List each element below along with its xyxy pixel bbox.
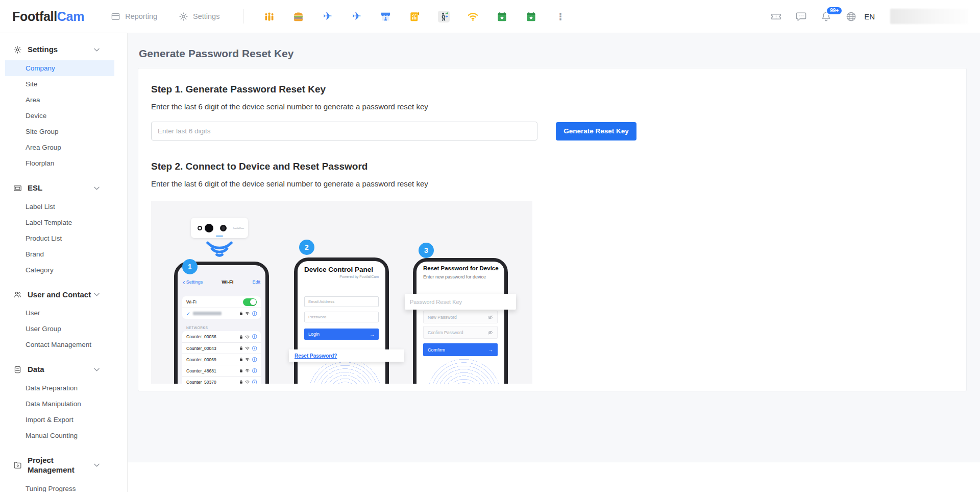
chart-icon[interactable] (408, 10, 421, 23)
store-icon[interactable] (379, 10, 392, 23)
sidebar-item-data-preparation[interactable]: Data Preparation (5, 380, 114, 396)
sidebar-item-data-manipulation[interactable]: Data Manipulation (5, 396, 114, 412)
new-password-field-illustration: New Password (423, 311, 498, 323)
eye-off-icon (487, 315, 493, 320)
sidebar-item-floorplan[interactable]: Floorplan (5, 155, 114, 171)
sidebar-header-user-contact[interactable]: User and Contact (0, 286, 127, 304)
logo-part1: Footfall (12, 9, 57, 24)
sidebar-item-tuning-progress[interactable]: Tuning Progress (5, 481, 114, 492)
ios-back-link: Settings (183, 279, 203, 285)
wifi-signal-icon (245, 312, 250, 315)
check-icon (186, 311, 190, 316)
sidebar-header-data[interactable]: Data (0, 360, 127, 379)
network-name: Counter_00043 (186, 346, 216, 351)
sidebar-item-area-group[interactable]: Area Group (5, 139, 114, 155)
lock-icon (239, 357, 243, 362)
airplane-icon[interactable] (321, 10, 334, 23)
gear-icon (179, 12, 188, 21)
sidebar-item-contact-management[interactable]: Contact Management (5, 337, 114, 353)
wifi-signal-icon (245, 335, 250, 339)
device-lens-icon (198, 226, 202, 230)
network-name: Counter_00069 (186, 357, 216, 362)
confirm-password-placeholder: Confirm Password (428, 330, 463, 335)
connected-network-blurred (193, 312, 222, 315)
reset-instructions-illustration: FootfallCam 1 2 3 Settings Wi-Fi (151, 201, 532, 384)
sidebar-item-label-template[interactable]: Label Template (5, 215, 114, 230)
password-reset-key-callout: Password Reset Key (405, 294, 516, 310)
sidebar-item-brand[interactable]: Brand (5, 246, 114, 262)
wifi-signal-icon (245, 369, 250, 372)
ios-edit-link: Edit (252, 279, 260, 285)
sidebar-item-import-export[interactable]: Import & Export (5, 412, 114, 428)
step2-title: Step 2. Connect to Device and Reset Pass… (151, 161, 953, 172)
database-icon (13, 365, 22, 374)
user-account-blurred[interactable] (890, 9, 968, 24)
sidebar-item-device[interactable]: Device (5, 108, 114, 124)
people-icon[interactable] (263, 10, 276, 23)
lock-icon (239, 335, 243, 339)
nav-reporting[interactable]: Reporting (111, 12, 157, 21)
nav-settings[interactable]: Settings (179, 12, 219, 21)
label-icon (13, 184, 22, 193)
sidebar-item-area[interactable]: Area (5, 92, 114, 108)
header-right-group: 99+ EN (770, 9, 968, 24)
wifi-toggle-label: Wi-Fi (186, 299, 197, 304)
sidebar-section-data: Data Data Preparation Data Manipulation … (0, 360, 127, 447)
sidebar-item-site-group[interactable]: Site Group (5, 124, 114, 139)
airplane-icon[interactable] (350, 10, 363, 23)
sidebar-header-esl[interactable]: ESL (0, 179, 127, 198)
wifi-toggle (243, 298, 257, 306)
section-label: User and Contact (28, 290, 94, 300)
chat-icon[interactable] (795, 11, 807, 22)
info-icon (252, 380, 257, 384)
sidebar-section-user-contact: User and Contact User User Group Contact… (0, 286, 127, 356)
sidebar-item-product-list[interactable]: Product List (5, 230, 114, 246)
sidebar-section-esl: ESL Label List Label Template Product Li… (0, 179, 127, 281)
calendar-star-icon[interactable] (496, 10, 508, 23)
language-selector[interactable]: EN (864, 12, 875, 21)
reset-key-card: Step 1. Generate Password Reset Key Ente… (138, 68, 967, 391)
sidebar-item-label-list[interactable]: Label List (5, 199, 114, 215)
control-panel-title: Device Control Panel (304, 266, 379, 273)
globe-icon[interactable] (845, 11, 857, 22)
sidebar-item-company[interactable]: Company (5, 60, 114, 76)
confirm-password-field-illustration: Confirm Password (423, 326, 498, 339)
nav-reporting-label: Reporting (125, 12, 157, 20)
chevron-down-icon (94, 48, 100, 52)
sidebar-header-settings[interactable]: Settings (0, 40, 127, 59)
ticket-icon[interactable] (770, 11, 782, 22)
reset-password-title: Reset Password for Device (423, 265, 499, 271)
device-lens-icon (220, 225, 227, 231)
lock-icon (239, 346, 243, 350)
nav-settings-label: Settings (193, 12, 219, 20)
lock-icon (239, 380, 243, 384)
phone-device-control-panel: Device Control Panel Powered by Footfall… (294, 257, 389, 384)
reset-password-callout: Reset Password? (289, 349, 404, 362)
more-options-icon[interactable] (554, 10, 567, 23)
step1-title: Step 1. Generate Password Reset Key (151, 84, 953, 95)
info-icon (252, 334, 257, 339)
reset-password-subtitle: Enter new password for device (423, 274, 486, 279)
walking-person-icon[interactable] (437, 10, 450, 23)
email-field-illustration: Email Address (304, 296, 379, 307)
dotted-sphere-decoration (426, 358, 502, 384)
phone-reset-password: Reset Password for Device Enter new pass… (413, 258, 508, 384)
wifi-icon[interactable] (467, 10, 479, 23)
sidebar-item-user[interactable]: User (5, 305, 114, 321)
bell-icon[interactable]: 99+ (820, 11, 832, 22)
calendar-star-icon[interactable] (525, 10, 537, 23)
footfallcam-logo[interactable]: FootfallCam (12, 9, 84, 24)
info-icon (252, 368, 257, 373)
step2-subtitle: Enter the last 6 digit of the device ser… (151, 179, 953, 188)
networks-header: NETWORKS (186, 326, 208, 330)
sidebar-item-user-group[interactable]: User Group (5, 321, 114, 337)
burger-icon[interactable] (292, 10, 305, 23)
sidebar-item-category[interactable]: Category (5, 262, 114, 278)
sidebar-header-project-management[interactable]: Project Management (0, 451, 127, 480)
step-badge-2: 2 (299, 240, 314, 255)
generate-reset-key-button[interactable]: Generate Reset Key (556, 122, 636, 140)
sidebar-item-site[interactable]: Site (5, 76, 114, 92)
sidebar-item-manual-counting[interactable]: Manual Counting (5, 428, 114, 443)
section-label: Data (28, 365, 94, 374)
serial-digits-input[interactable] (151, 122, 537, 140)
